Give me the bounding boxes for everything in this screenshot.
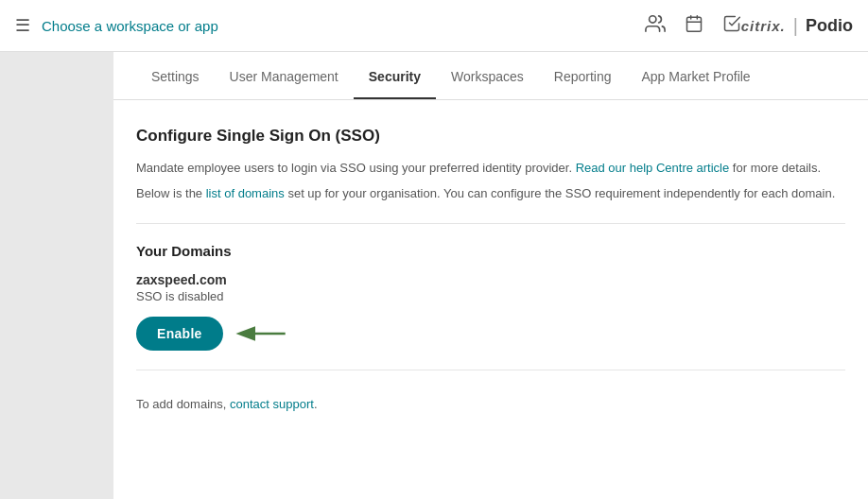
arrow-icon bbox=[233, 320, 289, 347]
sidebar bbox=[0, 52, 113, 499]
arrow-indicator bbox=[233, 320, 289, 347]
domain-name: zaxspeed.com bbox=[136, 272, 845, 287]
enable-button[interactable]: Enable bbox=[136, 317, 223, 351]
tasks-icon[interactable] bbox=[722, 14, 741, 38]
domains-list-link[interactable]: list of domains bbox=[206, 186, 285, 200]
svg-point-0 bbox=[649, 15, 655, 22]
tab-security[interactable]: Security bbox=[354, 52, 436, 99]
tab-settings[interactable]: Settings bbox=[136, 52, 215, 99]
workspace-selector[interactable]: Choose a workspace or app bbox=[42, 18, 218, 34]
hamburger-icon[interactable]: ☰ bbox=[15, 15, 30, 36]
bottom-pre: To add domains, bbox=[136, 397, 230, 411]
section-title: Configure Single Sign On (SSO) bbox=[136, 127, 845, 146]
header-icons bbox=[645, 13, 741, 39]
people-icon[interactable] bbox=[645, 13, 666, 39]
bottom-post: . bbox=[314, 397, 318, 411]
tab-user-management[interactable]: User Management bbox=[215, 52, 354, 99]
contact-support-link[interactable]: contact support bbox=[230, 397, 314, 411]
brand-logo: citrix. | Podio bbox=[741, 15, 853, 37]
header-left: ☰ Choose a workspace or app bbox=[15, 15, 645, 36]
podio-brand: Podio bbox=[806, 16, 853, 36]
tab-workspaces[interactable]: Workspaces bbox=[436, 52, 539, 99]
desc2-pre: Below is the bbox=[136, 186, 206, 200]
help-centre-link[interactable]: Read our help Centre article bbox=[576, 161, 730, 175]
calendar-icon[interactable] bbox=[685, 14, 703, 38]
enable-button-row: Enable bbox=[136, 317, 845, 351]
tab-app-market-profile[interactable]: App Market Profile bbox=[627, 52, 766, 99]
desc2-mid: set up for your organisation. You can co… bbox=[285, 186, 835, 200]
description-line2: Below is the list of domains set up for … bbox=[136, 184, 845, 204]
app-header: ☰ Choose a workspace or app bbox=[0, 0, 868, 52]
nav-tabs: Settings User Management Security Worksp… bbox=[113, 52, 868, 100]
domains-title: Your Domains bbox=[136, 243, 845, 259]
divider-1 bbox=[136, 223, 845, 224]
desc1-post: for more details. bbox=[729, 161, 821, 175]
divider-2 bbox=[136, 370, 845, 370]
description-line1: Mandate employee users to login via SSO … bbox=[136, 159, 845, 179]
main-layout: Settings User Management Security Worksp… bbox=[0, 52, 868, 499]
citrix-brand: citrix. bbox=[741, 18, 786, 34]
svg-rect-1 bbox=[686, 17, 701, 31]
main-content: Settings User Management Security Worksp… bbox=[113, 52, 868, 499]
bottom-text: To add domains, contact support. bbox=[136, 397, 845, 411]
domain-status: SSO is disabled bbox=[136, 289, 845, 303]
brand-divider: | bbox=[793, 15, 798, 37]
desc1-pre: Mandate employee users to login via SSO … bbox=[136, 161, 576, 175]
tab-reporting[interactable]: Reporting bbox=[539, 52, 627, 99]
page-content: Configure Single Sign On (SSO) Mandate e… bbox=[113, 100, 868, 438]
